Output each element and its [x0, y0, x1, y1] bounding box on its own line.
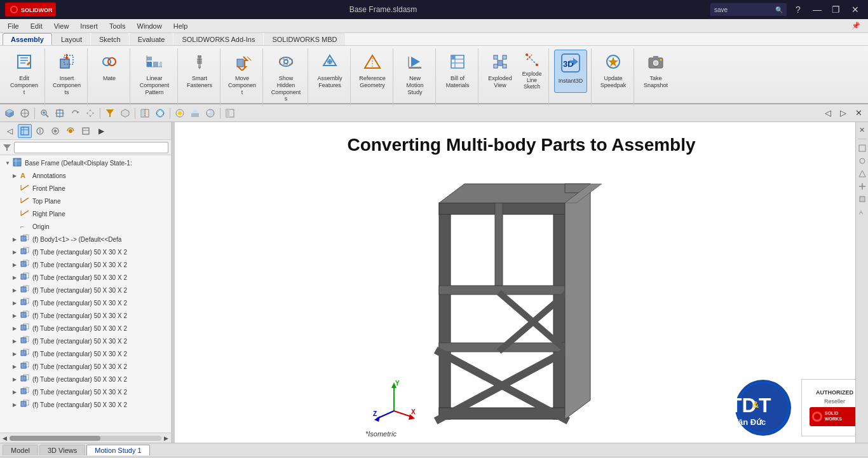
- tree-tube-2[interactable]: ▶ (f) Tube (rectangular) 50 X 30 X 2: [0, 271, 171, 284]
- explode-line-sketch-button[interactable]: ExplodeLineSketch: [519, 50, 545, 93]
- view-cube-button[interactable]: [3, 106, 17, 120]
- search-box[interactable]: save 🔍: [710, 3, 787, 16]
- filter-input[interactable]: [14, 142, 168, 153]
- minimize-button[interactable]: —: [810, 3, 825, 16]
- tree-tube-12[interactable]: ▶ (f) Tube (rectangular) 50 X 30 X 2: [0, 398, 171, 411]
- view-orientation-button[interactable]: [153, 106, 167, 120]
- group-linear-pattern: LinearComponentPattern: [132, 48, 178, 106]
- menu-insert[interactable]: Insert: [75, 21, 103, 31]
- sidebar-collapse-left[interactable]: ◁: [3, 124, 17, 138]
- new-motion-study-button[interactable]: NewMotionStudy: [398, 50, 431, 97]
- tree-tube-11[interactable]: ▶ (f) Tube (rectangular) 50 X 30 X 2: [0, 385, 171, 398]
- tree-front-plane[interactable]: Front Plane: [0, 182, 171, 195]
- property-manager-tab[interactable]: [33, 124, 47, 138]
- mate-button[interactable]: Mate: [93, 50, 126, 93]
- tree-tube-0[interactable]: ▶ (f) Tube (rectangular) 50 X 30 X 2: [0, 246, 171, 258]
- expand-button[interactable]: ▷: [836, 106, 850, 120]
- zoom-area-button[interactable]: [37, 106, 51, 120]
- restore-button[interactable]: ❐: [829, 3, 844, 16]
- rp-btn-5[interactable]: [857, 194, 867, 204]
- appearance-button[interactable]: [173, 106, 187, 120]
- feature-tree-tab[interactable]: [18, 124, 32, 138]
- select-filter-button[interactable]: [103, 106, 117, 120]
- help-button[interactable]: ?: [790, 3, 806, 16]
- menu-tools[interactable]: Tools: [104, 21, 131, 31]
- tree-tube-6[interactable]: ▶ (f) Tube (rectangular) 50 X 30 X 2: [0, 322, 171, 335]
- tree-tube-9[interactable]: ▶ (f) Tube (rectangular) 50 X 30 X 2: [0, 360, 171, 373]
- tree-tube-8[interactable]: ▶ (f) Tube (rectangular) 50 X 30 X 2: [0, 347, 171, 360]
- menu-file[interactable]: File: [3, 21, 24, 31]
- tree-right-plane[interactable]: Right Plane: [0, 207, 171, 220]
- move-component-button[interactable]: MoveComponent: [226, 50, 259, 97]
- move-component-icon: [233, 53, 251, 73]
- linear-pattern-button[interactable]: LinearComponentPattern: [135, 50, 173, 97]
- display-pane-button[interactable]: [223, 106, 237, 120]
- tree-tube-4[interactable]: ▶ (f) Tube (rectangular) 50 X 30 X 2: [0, 296, 171, 309]
- more-tabs-button[interactable]: ▶: [94, 124, 108, 138]
- rp-btn-1[interactable]: [857, 143, 867, 153]
- scroll-right[interactable]: ▶: [164, 435, 168, 441]
- svg-text:T: T: [759, 394, 771, 417]
- menu-help[interactable]: Help: [168, 21, 193, 31]
- sensor-tab[interactable]: [64, 124, 78, 138]
- tab-motion-study[interactable]: Motion Study 1: [86, 445, 149, 455]
- coordinate-triad: Y X Z: [372, 379, 410, 417]
- instant3d-button[interactable]: 3D Instant3D: [554, 50, 587, 93]
- close-button[interactable]: ✕: [848, 3, 863, 16]
- collapse-button[interactable]: ◁: [821, 106, 835, 120]
- rp-btn-3[interactable]: [857, 169, 867, 179]
- tree-tube-1[interactable]: ▶ (f) Tube (rectangular) 50 X 30 X 2: [0, 258, 171, 271]
- scene-button[interactable]: [188, 106, 202, 120]
- display-manager-tab[interactable]: [79, 124, 93, 138]
- update-speedpak-button[interactable]: UpdateSpeedpak: [597, 50, 630, 93]
- tab-assembly[interactable]: Assembly: [3, 33, 52, 45]
- scroll-left[interactable]: ◀: [3, 435, 7, 441]
- tab-solidworks-mbd[interactable]: SOLIDWORKS MBD: [264, 33, 345, 45]
- rp-btn-4[interactable]: [857, 181, 867, 191]
- section-view-button[interactable]: [138, 106, 152, 120]
- tree-tube-10[interactable]: ▶ (f) Tube (rectangular) 50 X 30 X 2: [0, 373, 171, 385]
- menu-view[interactable]: View: [49, 21, 74, 31]
- tab-evaluate[interactable]: Evaluate: [130, 33, 173, 45]
- tree-top-plane[interactable]: Top Plane: [0, 195, 171, 207]
- tab-model[interactable]: Model: [3, 445, 38, 455]
- take-snapshot-button[interactable]: TakeSnapshot: [639, 50, 672, 93]
- show-hidden-button[interactable]: ShowHiddenComponents: [268, 50, 304, 104]
- insert-components-button[interactable]: InsertComponents: [50, 50, 83, 97]
- orientation-button[interactable]: [18, 106, 32, 120]
- tree-body1[interactable]: ▶ (f) Body1<1> -> (Default<<Defa: [0, 233, 171, 246]
- rp-btn-2[interactable]: [857, 156, 867, 166]
- solidworks-logo: SOLIDWORKS: [5, 3, 56, 17]
- tree-origin[interactable]: ⌐ Origin: [0, 220, 171, 233]
- tab-solidworks-addins[interactable]: SOLIDWORKS Add-Ins: [173, 33, 263, 45]
- pan-button[interactable]: [83, 106, 97, 120]
- pin-button[interactable]: 📌: [846, 20, 865, 31]
- rp-close-button[interactable]: ✕: [857, 125, 867, 135]
- scroll-track[interactable]: [10, 436, 161, 441]
- zoom-fit-button[interactable]: [53, 106, 67, 120]
- tree-tube-5[interactable]: ▶ (f) Tube (rectangular) 50 X 30 X 2: [0, 309, 171, 322]
- rp-btn-6[interactable]: A: [857, 207, 867, 217]
- toolbar-separator: [34, 108, 35, 119]
- tree-tube-3[interactable]: ▶ (f) Tube (rectangular) 50 X 30 X 2: [0, 284, 171, 296]
- tree-root-item[interactable]: ▼ Base Frame (Default<Display State-1:: [0, 156, 171, 169]
- tab-3d-views[interactable]: 3D Views: [39, 445, 85, 455]
- menu-window[interactable]: Window: [132, 21, 167, 31]
- assembly-features-button[interactable]: AssemblyFeatures: [313, 50, 346, 93]
- close-view-button[interactable]: ✕: [851, 106, 865, 120]
- config-manager-tab[interactable]: [48, 124, 62, 138]
- tree-tube-7[interactable]: ▶ (f) Tube (rectangular) 50 X 30 X 2: [0, 335, 171, 347]
- rotate-button[interactable]: [68, 106, 82, 120]
- bom-button[interactable]: Bill ofMaterials: [441, 50, 474, 93]
- reference-geometry-button[interactable]: ReferenceGeometry: [356, 50, 389, 93]
- viewport[interactable]: Converting Multi-body Parts to Assembly: [175, 122, 868, 443]
- exploded-view-button[interactable]: ExplodedView: [484, 50, 517, 93]
- tab-sketch[interactable]: Sketch: [91, 33, 129, 45]
- tree-annotations[interactable]: ▶ A Annotations: [0, 169, 171, 182]
- edit-component-button[interactable]: EditComponent: [8, 50, 41, 97]
- smart-fasteners-button[interactable]: SmartFasteners: [183, 50, 216, 93]
- display-style-button[interactable]: [118, 106, 132, 120]
- tab-layout[interactable]: Layout: [53, 33, 90, 45]
- realview-button[interactable]: [203, 106, 217, 120]
- menu-edit[interactable]: Edit: [25, 21, 48, 31]
